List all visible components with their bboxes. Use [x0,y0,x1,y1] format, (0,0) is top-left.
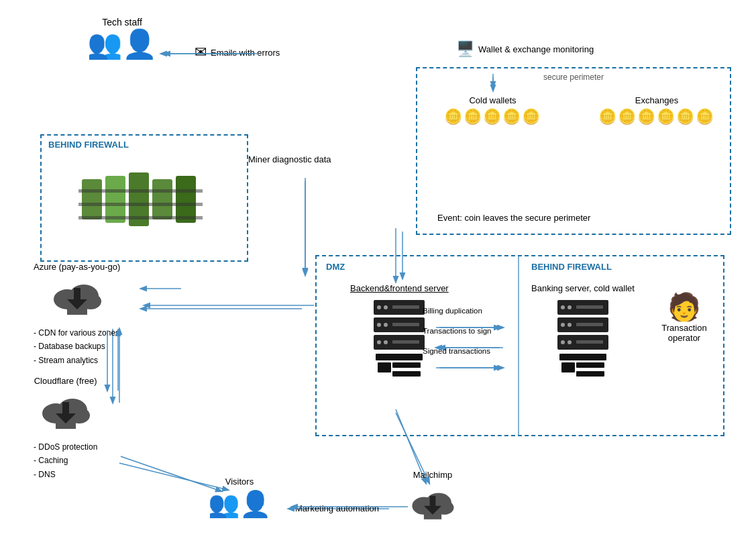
svg-point-23 [377,305,381,309]
svg-point-32 [384,340,388,344]
behind-firewall-left-box: BEHIND FIREWALL [40,134,248,262]
svg-point-31 [377,340,381,344]
dmz-behind-firewall-box: DMZ BEHIND FIREWALL Backend&frontend ser… [315,255,724,436]
svg-point-48 [568,340,572,344]
exchanges-node: Exchanges 🪙🪙🪙🪙🪙🪙 [598,95,715,126]
svg-point-39 [561,305,565,309]
signed-transactions-label: Signed transactions [423,347,490,355]
azure-label: Azure (pay-as-you-go) [34,262,120,272]
cloudflare-node: Cloudflare (free) DDoS protection Cachin… [34,376,97,481]
svg-point-40 [568,305,572,309]
svg-rect-51 [561,362,575,372]
mailchimp-icon [409,483,456,529]
svg-rect-37 [392,371,421,377]
cold-wallets-label: Cold wallets [444,95,541,105]
billing-duplication-label: Billing duplication [423,307,482,315]
transaction-operator-icon: 🧑 [645,293,723,320]
svg-rect-52 [576,362,604,368]
svg-rect-50 [559,354,606,360]
transaction-operator-node: 🧑 Transaction operator [645,293,723,343]
svg-rect-18 [176,176,196,223]
svg-point-43 [561,323,565,327]
azure-node: Azure (pay-as-you-go) CDN for various zo… [34,262,120,367]
backend-frontend-node: Backend&frontend server [350,283,449,389]
cloudflare-label: Cloudflare (free) [34,376,97,386]
cold-wallets-icon: 🪙🪙🪙🪙🪙 [444,108,541,126]
marketing-automation-label: Marketing automation [295,503,379,513]
email-icon: ✉ [195,44,207,61]
banking-server-label: Banking server, cold wallet [531,283,635,293]
miner-image [55,156,229,243]
svg-rect-33 [392,340,419,344]
tech-staff-icon: 👥👤 [87,30,157,58]
emails-node: ✉ Emails with errors [195,44,280,61]
cold-wallets-node: Cold wallets 🪙🪙🪙🪙🪙 [444,95,541,126]
event-coin-label: Event: coin leaves the secure perimeter [437,213,590,223]
tech-staff-label: Tech staff [87,17,157,28]
mailchimp-label: Mailchimp [409,470,456,480]
svg-point-44 [568,323,572,327]
behind-firewall-right-label: BEHIND FIREWALL [531,262,612,272]
miner-diagnostic-label: Miner diagnostic data [248,154,331,164]
azure-feature-1: CDN for various zones [34,326,120,340]
svg-line-81 [121,456,221,491]
svg-point-27 [377,323,381,327]
transactions-to-sign-label: Transactions to sign [423,327,491,335]
secure-perimeter-label: secure perimeter [417,72,730,82]
emails-label: Emails with errors [211,48,280,58]
wallet-monitoring-label: Wallet & exchange monitoring [478,44,594,54]
svg-rect-35 [378,362,391,372]
azure-feature-3: Stream analytics [34,354,120,367]
transaction-operator-label: Transaction operator [645,323,723,343]
dmz-label: DMZ [326,262,345,272]
visitors-label: Visitors [208,477,271,487]
visitors-icon: 👥👤 [208,489,271,519]
svg-rect-17 [152,179,172,219]
backend-frontend-label: Backend&frontend server [350,283,449,293]
azure-feature-2: Database backups [34,340,120,353]
azure-icon [34,276,120,322]
svg-point-47 [561,340,565,344]
wallet-icon: 🖥️ [456,40,474,58]
marketing-automation-node: Marketing automation [295,503,379,513]
exchanges-icon: 🪙🪙🪙🪙🪙🪙 [598,108,715,126]
cloudflare-icon [34,390,97,436]
miner-diagnostic-node: Miner diagnostic data [248,154,331,164]
svg-rect-25 [392,305,419,309]
event-coin-node: Event: coin leaves the secure perimeter [437,213,590,223]
svg-rect-15 [105,176,125,223]
visitors-node: Visitors 👥👤 [208,477,271,519]
svg-rect-21 [78,216,203,219]
cloudflare-feature-1: DDoS protection [34,440,97,454]
svg-rect-41 [576,305,603,309]
cloudflare-features-list: DDoS protection Caching DNS [34,440,97,481]
cloudflare-feature-3: DNS [34,468,97,481]
svg-rect-49 [576,340,603,344]
tech-staff-node: Tech staff 👥👤 [87,17,157,58]
svg-rect-53 [576,371,604,377]
svg-rect-14 [82,179,102,219]
svg-point-24 [384,305,388,309]
mailchimp-node: Mailchimp [409,470,456,529]
behind-firewall-left-label: BEHIND FIREWALL [42,136,247,154]
wallet-monitoring-node: 🖥️ Wallet & exchange monitoring [456,40,594,58]
svg-rect-29 [392,323,419,326]
exchanges-label: Exchanges [598,95,715,105]
svg-rect-36 [392,362,421,368]
svg-rect-19 [78,189,203,193]
svg-rect-20 [78,203,203,206]
cloudflare-feature-2: Caching [34,454,97,467]
banking-server-node: Banking server, cold wallet [531,283,635,389]
secure-perimeter-box: secure perimeter Cold wallets 🪙🪙🪙🪙🪙 Exch… [416,67,731,235]
svg-rect-34 [376,354,423,360]
azure-features-list: CDN for various zones Database backups S… [34,326,120,367]
svg-point-28 [384,323,388,327]
svg-rect-45 [576,323,603,326]
